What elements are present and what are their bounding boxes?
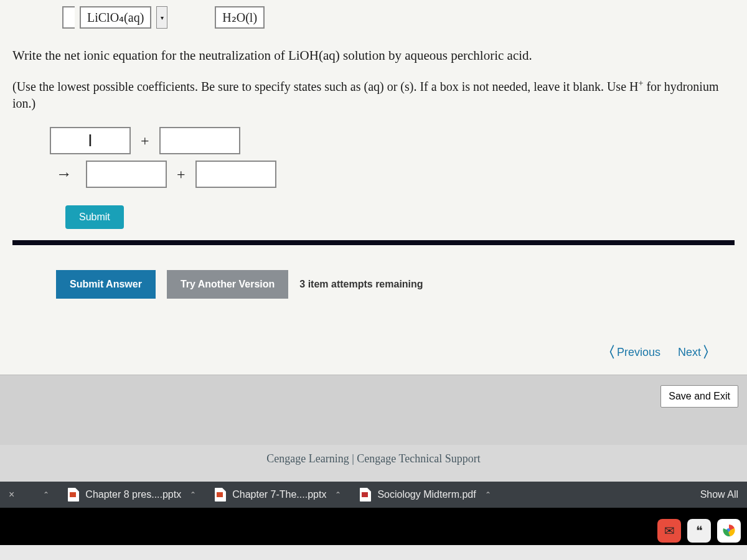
close-downloads-icon[interactable]: × <box>9 489 14 500</box>
cengage-support-link[interactable]: Cengage Technical Support <box>357 452 480 465</box>
attempts-remaining: 3 item attempts remaining <box>299 279 423 290</box>
question-text: Write the net ionic equation for the neu… <box>12 46 735 66</box>
downloads-bar: × ⌃ Chapter 8 pres....pptx ⌃ Chapter 7-T… <box>0 482 747 508</box>
reactant1-input[interactable]: I <box>50 127 131 154</box>
chevron-left-icon: 〈 <box>601 342 616 362</box>
submit-answer-button[interactable]: Submit Answer <box>56 270 156 299</box>
footer-links: Cengage Learning | Cengage Technical Sup… <box>0 445 747 482</box>
pdf-file-icon <box>360 488 371 502</box>
reaction-arrow: → <box>50 165 78 184</box>
next-link[interactable]: Next 〉 <box>678 342 717 362</box>
chevron-right-icon: 〉 <box>702 342 717 362</box>
taskbar: ✉ ❝ <box>0 508 747 545</box>
show-all-downloads-link[interactable]: Show All <box>700 489 738 500</box>
instruction-text: (Use the lowest possible coefficients. B… <box>12 77 735 113</box>
notes-app-icon[interactable]: ❝ <box>687 519 711 543</box>
reactant-dropdown[interactable]: ▾ <box>156 6 167 29</box>
chevron-up-icon[interactable]: ⌃ <box>485 490 491 499</box>
reactant2-input[interactable] <box>159 127 240 154</box>
save-and-exit-button[interactable]: Save and Exit <box>660 385 738 408</box>
given-reactant-box: LiClO₄(aq) <box>80 6 151 29</box>
try-another-version-button[interactable]: Try Another Version <box>167 270 288 299</box>
chevron-up-icon[interactable]: ⌃ <box>335 490 341 499</box>
chrome-app-icon[interactable] <box>717 519 741 543</box>
product1-input[interactable] <box>86 161 167 188</box>
product2-input[interactable] <box>195 161 276 188</box>
download-item[interactable]: Sociology Midterm.pdf ⌃ <box>360 488 491 502</box>
plus-sign-2: + <box>174 166 188 183</box>
given-product-box: H₂O(l) <box>215 6 265 29</box>
mail-app-icon[interactable]: ✉ <box>657 519 681 543</box>
plus-sign-1: + <box>138 133 152 149</box>
previous-link[interactable]: 〈 Previous <box>601 342 660 362</box>
section-divider <box>12 240 735 245</box>
chevron-up-icon[interactable]: ⌃ <box>190 490 196 499</box>
download-item[interactable]: Chapter 7-The....pptx ⌃ <box>215 488 341 502</box>
ppt-file-icon <box>68 488 79 502</box>
cengage-learning-link[interactable]: Cengage Learning <box>266 452 349 465</box>
ppt-file-icon <box>215 488 226 502</box>
submit-button[interactable]: Submit <box>65 205 124 229</box>
download-item[interactable]: Chapter 8 pres....pptx ⌃ <box>68 488 196 502</box>
chevron-up-icon[interactable]: ⌃ <box>43 490 49 499</box>
